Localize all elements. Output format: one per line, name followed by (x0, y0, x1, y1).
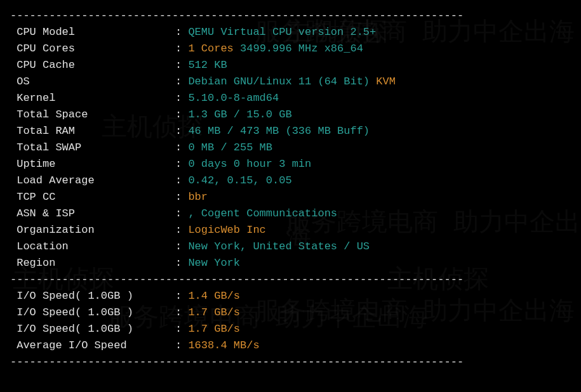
colon-separator: : (175, 255, 188, 271)
info-value: 512 KB (188, 57, 227, 74)
info-value: 5.10.0-8-amd64 (188, 90, 279, 107)
info-label: Total SWAP (10, 140, 175, 156)
info-label: TCP CC (10, 189, 175, 206)
info-label: Total RAM (10, 123, 175, 140)
colon-separator: : (175, 173, 188, 189)
info-value: 1.7 GB/s (188, 304, 240, 321)
info-value: QEMU Virtual CPU version 2.5+ (188, 24, 376, 41)
info-label: ASN & ISP (10, 206, 175, 222)
info-value: KVM (376, 74, 396, 90)
info-label: CPU Cores (10, 41, 175, 57)
info-value: 0 days 0 hour 3 min (188, 156, 311, 173)
colon-separator: : (175, 123, 188, 140)
info-row: Organization : LogicWeb Inc (10, 222, 571, 238)
info-row: CPU Cores : 1 Cores 3499.996 MHz x86_64 (10, 41, 571, 57)
info-value: 1.7 GB/s (188, 321, 240, 337)
info-row: Average I/O Speed : 1638.4 MB/s (10, 337, 571, 354)
info-row: Total RAM : 46 MB / 473 MB (336 MB Buff) (10, 123, 571, 140)
info-value: 0 MB / 255 MB (188, 140, 272, 156)
colon-separator: : (175, 222, 188, 238)
info-row: Load Average : 0.42, 0.15, 0.05 (10, 173, 571, 189)
colon-separator: : (175, 238, 188, 255)
info-label: CPU Cache (10, 57, 175, 74)
info-row: ASN & ISP : , Cogent Communications (10, 206, 571, 222)
info-row: CPU Model : QEMU Virtual CPU version 2.5… (10, 24, 571, 41)
colon-separator: : (175, 57, 188, 74)
terminal-output: ----------------------------------------… (10, 8, 571, 370)
info-row: Uptime : 0 days 0 hour 3 min (10, 156, 571, 173)
colon-separator: : (175, 107, 188, 123)
info-row: CPU Cache : 512 KB (10, 57, 571, 74)
colon-separator: : (175, 337, 188, 354)
info-row: Region : New York (10, 255, 571, 271)
info-row: Total Space : 1.3 GB / 15.0 GB (10, 107, 571, 123)
info-value: Debian GNU/Linux 11 (64 Bit) (188, 74, 376, 90)
info-value: , Cogent Communications (188, 206, 337, 222)
info-label: I/O Speed( 1.0GB ) (10, 304, 175, 321)
info-label: Total Space (10, 107, 175, 123)
colon-separator: : (175, 156, 188, 173)
colon-separator: : (175, 304, 188, 321)
info-label: Location (10, 238, 175, 255)
info-value: 0.42, 0.15, 0.05 (188, 173, 291, 189)
info-value: LogicWeb Inc (188, 222, 265, 238)
info-row: Total SWAP : 0 MB / 255 MB (10, 140, 571, 156)
colon-separator: : (175, 288, 188, 304)
colon-separator: : (175, 321, 188, 337)
info-label: Load Average (10, 173, 175, 189)
info-value: 3499.996 MHz x86_64 (240, 41, 363, 57)
info-label: CPU Model (10, 24, 175, 41)
info-row: Location : New York, United States / US (10, 238, 571, 255)
divider-line: ----------------------------------------… (10, 271, 571, 288)
colon-separator: : (175, 206, 188, 222)
info-row: TCP CC : bbr (10, 189, 571, 206)
colon-separator: : (175, 41, 188, 57)
info-label: OS (10, 74, 175, 90)
info-value: 1.3 GB / 15.0 GB (188, 107, 291, 123)
colon-separator: : (175, 189, 188, 206)
info-row: I/O Speed( 1.0GB ) : 1.7 GB/s (10, 304, 571, 321)
info-value: New York (188, 255, 240, 271)
info-row: Kernel : 5.10.0-8-amd64 (10, 90, 571, 107)
info-label: I/O Speed( 1.0GB ) (10, 288, 175, 304)
colon-separator: : (175, 24, 188, 41)
info-label: I/O Speed( 1.0GB ) (10, 321, 175, 337)
info-value: 46 MB / 473 MB (336 MB Buff) (188, 123, 370, 140)
divider-line: ----------------------------------------… (10, 8, 571, 24)
info-row: I/O Speed( 1.0GB ) : 1.4 GB/s (10, 288, 571, 304)
info-value: New York, United States / US (188, 238, 370, 255)
colon-separator: : (175, 140, 188, 156)
info-label: Uptime (10, 156, 175, 173)
info-value: bbr (188, 189, 208, 206)
info-label: Organization (10, 222, 175, 238)
info-label: Average I/O Speed (10, 337, 175, 354)
info-label: Region (10, 255, 175, 271)
info-row: I/O Speed( 1.0GB ) : 1.7 GB/s (10, 321, 571, 337)
info-label: Kernel (10, 90, 175, 107)
info-value: 1.4 GB/s (188, 288, 240, 304)
info-row: OS : Debian GNU/Linux 11 (64 Bit) KVM (10, 74, 571, 90)
info-value: 1638.4 MB/s (188, 337, 259, 354)
colon-separator: : (175, 90, 188, 107)
info-value: 1 Cores (188, 41, 240, 57)
colon-separator: : (175, 74, 188, 90)
divider-line: ----------------------------------------… (10, 354, 571, 370)
